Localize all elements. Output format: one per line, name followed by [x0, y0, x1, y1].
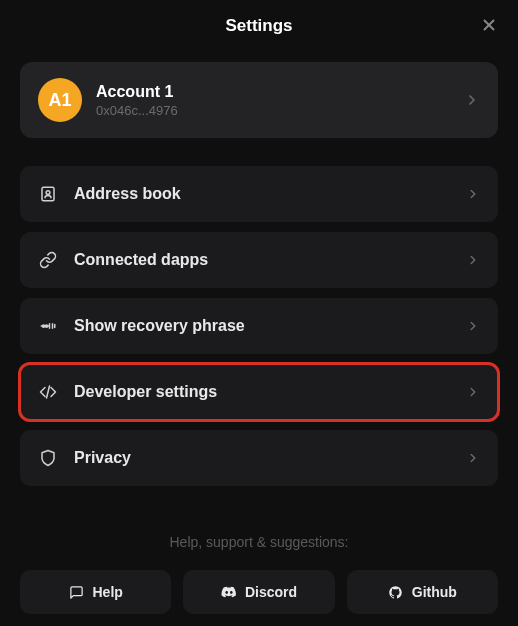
- footer-buttons: Help Discord Github: [20, 570, 498, 614]
- discord-button[interactable]: Discord: [183, 570, 334, 614]
- chevron-right-icon: [466, 253, 480, 267]
- button-label: Github: [412, 584, 457, 600]
- page-title: Settings: [225, 16, 292, 36]
- address-book-icon: [38, 184, 58, 204]
- button-label: Discord: [245, 584, 297, 600]
- chevron-right-icon: [464, 92, 480, 108]
- button-label: Help: [92, 584, 122, 600]
- menu-label: Developer settings: [74, 383, 450, 401]
- menu-label: Address book: [74, 185, 450, 203]
- chevron-right-icon: [466, 385, 480, 399]
- close-icon: [480, 16, 498, 34]
- menu-item-address-book[interactable]: Address book: [20, 166, 498, 222]
- menu-item-connected-dapps[interactable]: Connected dapps: [20, 232, 498, 288]
- footer-label: Help, support & suggestions:: [20, 534, 498, 550]
- code-icon: [38, 382, 58, 402]
- menu-item-privacy[interactable]: Privacy: [20, 430, 498, 486]
- help-icon: [68, 584, 84, 600]
- help-button[interactable]: Help: [20, 570, 171, 614]
- account-info: Account 1 0x046c...4976: [96, 83, 450, 118]
- discord-icon: [221, 584, 237, 600]
- github-icon: [388, 584, 404, 600]
- svg-point-5: [42, 325, 44, 327]
- account-name: Account 1: [96, 83, 450, 101]
- menu-item-recovery-phrase[interactable]: Show recovery phrase: [20, 298, 498, 354]
- link-icon: [38, 250, 58, 270]
- chevron-right-icon: [466, 451, 480, 465]
- avatar: A1: [38, 78, 82, 122]
- close-button[interactable]: [480, 16, 498, 38]
- menu-item-developer-settings[interactable]: Developer settings: [20, 364, 498, 420]
- account-card[interactable]: A1 Account 1 0x046c...4976: [20, 62, 498, 138]
- menu-list: Address book Connected dapps Show recove…: [20, 166, 498, 486]
- menu-label: Show recovery phrase: [74, 317, 450, 335]
- menu-label: Privacy: [74, 449, 450, 467]
- svg-line-10: [47, 386, 50, 398]
- footer: Help, support & suggestions: Help Discor…: [0, 514, 518, 626]
- github-button[interactable]: Github: [347, 570, 498, 614]
- menu-label: Connected dapps: [74, 251, 450, 269]
- svg-point-6: [45, 325, 47, 327]
- content: A1 Account 1 0x046c...4976 Address book …: [0, 52, 518, 496]
- shield-icon: [38, 448, 58, 468]
- chevron-right-icon: [466, 187, 480, 201]
- svg-point-3: [46, 191, 50, 195]
- header: Settings: [0, 0, 518, 52]
- account-address: 0x046c...4976: [96, 103, 450, 118]
- key-icon: [38, 316, 58, 336]
- chevron-right-icon: [466, 319, 480, 333]
